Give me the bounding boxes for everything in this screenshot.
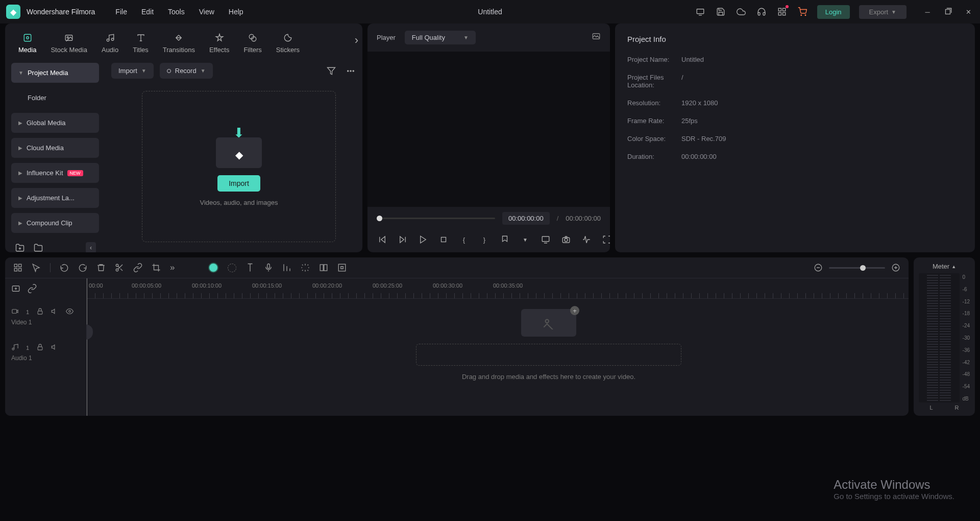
visibility-icon[interactable] (66, 307, 74, 317)
filter-icon[interactable] (326, 65, 337, 77)
lock-icon[interactable] (36, 307, 44, 317)
snapshot-icon[interactable] (592, 32, 601, 43)
audio-scope-icon[interactable] (581, 234, 592, 245)
zoom-head[interactable] (860, 265, 866, 271)
mic-icon[interactable] (264, 263, 273, 272)
collapse-sidebar-icon[interactable]: ‹ (86, 242, 96, 252)
redo-icon[interactable] (78, 263, 87, 272)
playhead[interactable] (87, 278, 87, 416)
fullscreen-icon[interactable] (601, 234, 610, 245)
skip-back-icon[interactable] (397, 234, 408, 245)
video-track-header[interactable]: 1 Video 1 (5, 299, 86, 335)
menu-help[interactable]: Help (229, 8, 243, 16)
keyframe-icon[interactable] (228, 264, 236, 272)
more-tools-icon[interactable]: » (170, 263, 175, 273)
ai-icon[interactable] (208, 263, 218, 273)
grid-icon[interactable] (13, 263, 22, 272)
delete-icon[interactable] (96, 263, 106, 272)
device-icon[interactable] (695, 6, 706, 17)
svg-point-17 (350, 70, 351, 71)
mark-in-icon[interactable]: { (458, 234, 470, 245)
sidebar-global-media[interactable]: ▶Global Media (11, 113, 99, 133)
meter-title[interactable]: Meter▲ (919, 263, 970, 270)
undo-icon[interactable] (60, 263, 69, 272)
menu-file[interactable]: File (115, 8, 127, 16)
new-folder-icon[interactable] (14, 242, 26, 252)
apps-icon[interactable] (776, 6, 788, 17)
meter-right-label: R (955, 405, 959, 411)
svg-point-16 (348, 70, 349, 71)
menu-tools[interactable]: Tools (168, 8, 185, 16)
lock-icon[interactable] (36, 343, 44, 352)
tab-media[interactable]: Media (12, 29, 42, 57)
tab-titles[interactable]: Titles (127, 29, 155, 57)
zoom-slider[interactable] (829, 267, 885, 269)
close-icon[interactable]: ✕ (963, 6, 974, 17)
sidebar-cloud-media[interactable]: ▶Cloud Media (11, 138, 99, 158)
stop-icon[interactable] (438, 234, 449, 245)
playhead-handle[interactable] (87, 324, 93, 340)
login-button[interactable]: Login (817, 5, 850, 19)
menu-edit[interactable]: Edit (141, 8, 154, 16)
save-icon[interactable] (715, 6, 726, 17)
mark-out-icon[interactable]: } (479, 234, 490, 245)
import-dropdown[interactable]: Import▼ (111, 63, 154, 79)
add-track-icon[interactable] (11, 284, 20, 293)
tab-transitions[interactable]: Transitions (157, 29, 201, 57)
audio-track-header[interactable]: 1 Audio 1 (5, 335, 86, 370)
link-tracks-icon[interactable] (28, 284, 37, 293)
headphones-icon[interactable] (756, 6, 767, 17)
fit-icon[interactable] (337, 263, 347, 272)
cursor-icon[interactable] (32, 263, 41, 272)
more-icon[interactable] (345, 65, 356, 77)
render-icon[interactable] (301, 263, 310, 272)
maximize-icon[interactable] (942, 6, 953, 17)
audio-mixer-icon[interactable] (282, 263, 291, 272)
minimize-icon[interactable]: ─ (922, 6, 933, 17)
crop-icon[interactable] (152, 263, 161, 272)
current-timecode: 00:00:00:00 (502, 212, 550, 225)
timeline-dropzone[interactable]: Drag and drop media and effects here to … (240, 309, 857, 381)
split-view-icon[interactable] (319, 263, 328, 272)
tab-effects[interactable]: Effects (203, 29, 236, 57)
sidebar-folder[interactable]: Folder (11, 88, 99, 108)
cloud-icon[interactable] (736, 6, 747, 17)
timeline-ruler[interactable]: 00:00 00:00:05:00 00:00:10:00 00:00:15:0… (87, 278, 909, 299)
play-icon[interactable] (418, 234, 429, 245)
marker-tool-icon[interactable] (246, 263, 255, 272)
display-icon[interactable] (540, 234, 551, 245)
zoom-out-icon[interactable] (814, 263, 823, 272)
sidebar-influence-kit[interactable]: ▶Influence KitNEW (11, 163, 99, 183)
camera-icon[interactable] (560, 234, 572, 245)
record-dropdown[interactable]: Record▼ (160, 63, 213, 79)
cut-icon[interactable] (115, 263, 124, 272)
preview-viewport[interactable] (368, 52, 610, 207)
tab-stickers[interactable]: Stickers (270, 29, 306, 57)
quality-select[interactable]: Full Quality▼ (405, 31, 476, 44)
import-dropzone[interactable]: ⬇ ◆ Import Videos, audio, and images (142, 91, 336, 242)
prev-frame-icon[interactable] (377, 234, 388, 245)
scrub-slider[interactable] (377, 218, 495, 219)
scrub-head[interactable] (377, 216, 382, 221)
marker-icon[interactable] (499, 234, 510, 245)
tab-audio[interactable]: Audio (95, 29, 125, 57)
mute-icon[interactable] (51, 343, 59, 352)
info-resolution-label: Resolution: (627, 99, 681, 107)
timeline-tracks[interactable]: 00:00 00:00:05:00 00:00:10:00 00:00:15:0… (87, 278, 909, 416)
tab-scroll-right-icon[interactable]: › (355, 34, 358, 47)
sidebar-adjustment-layer[interactable]: ▶Adjustment La... (11, 188, 99, 208)
chevron-down-icon[interactable]: ▼ (520, 234, 531, 245)
import-button[interactable]: Import (217, 175, 260, 192)
zoom-in-icon[interactable] (891, 263, 900, 272)
sidebar-project-media[interactable]: ▼Project Media (11, 63, 99, 83)
tab-filters[interactable]: Filters (237, 29, 267, 57)
link-icon[interactable] (133, 263, 142, 272)
sidebar-compound-clip[interactable]: ▶Compound Clip (11, 213, 99, 233)
export-button[interactable]: Export▼ (859, 5, 906, 19)
mute-icon[interactable] (51, 307, 59, 317)
menu-view[interactable]: View (199, 8, 214, 16)
tab-stock-media[interactable]: Stock Media (44, 29, 93, 57)
folder-icon[interactable] (33, 242, 44, 252)
svg-point-18 (353, 70, 354, 71)
cart-icon[interactable] (797, 6, 808, 17)
